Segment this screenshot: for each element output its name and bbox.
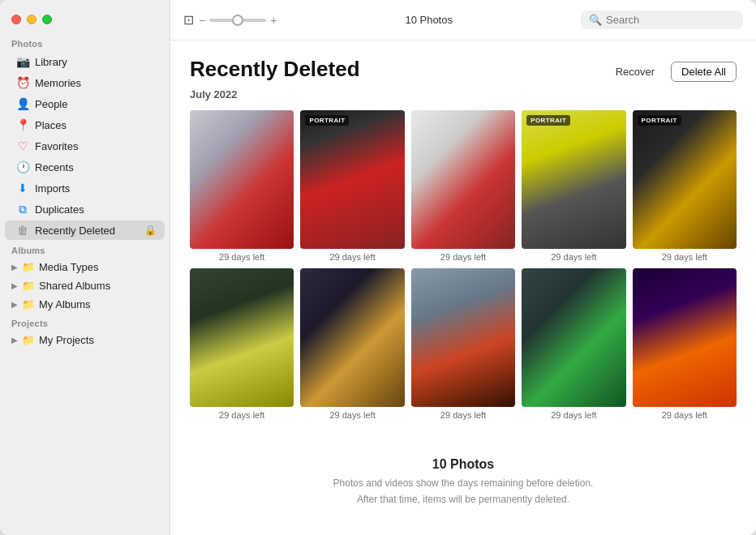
- sidebar-item-places[interactable]: 📍 Places: [5, 115, 165, 135]
- photo-image: [300, 268, 404, 407]
- toolbar: ⊡ − + 10 Photos 🔍: [170, 0, 756, 41]
- minimize-button[interactable]: [27, 15, 37, 24]
- sidebar-label-library: Library: [35, 56, 157, 68]
- list-item: 29 days left: [633, 268, 737, 420]
- photo-image: [190, 268, 294, 407]
- zoom-in-icon[interactable]: +: [270, 14, 277, 27]
- zoom-slider-area: − +: [199, 14, 277, 27]
- photo-thumbnail[interactable]: [411, 268, 515, 407]
- places-icon: 📍: [16, 118, 29, 131]
- photo-thumbnail[interactable]: [411, 110, 515, 249]
- sidebar-label-my-albums: My Albums: [39, 298, 91, 310]
- page-title: Recently Deleted: [190, 57, 360, 82]
- photo-thumbnail[interactable]: [190, 110, 294, 249]
- sidebar-label-favorites: Favorites: [35, 140, 157, 152]
- photo-caption: 29 days left: [551, 252, 596, 262]
- photo-image: PORTRAIT: [633, 110, 737, 249]
- fullscreen-button[interactable]: [42, 15, 52, 24]
- photo-caption: 29 days left: [662, 252, 707, 262]
- search-icon: 🔍: [589, 14, 602, 26]
- photo-caption: 29 days left: [440, 252, 486, 262]
- sidebar-item-favorites[interactable]: ♡ Favorites: [5, 136, 165, 156]
- photo-caption: 29 days left: [219, 410, 264, 420]
- photo-image: PORTRAIT: [300, 110, 404, 249]
- header-actions: Recover Delete All: [608, 62, 737, 82]
- sidebar-item-recents[interactable]: 🕐 Recents: [5, 157, 165, 177]
- sidebar-label-media-types: Media Types: [39, 261, 98, 273]
- zoom-out-icon[interactable]: −: [199, 14, 205, 27]
- sidebar-item-my-projects[interactable]: ▶ 📁 My Projects: [5, 332, 165, 349]
- photo-image: [633, 268, 737, 407]
- toolbar-left: ⊡ − +: [183, 12, 277, 28]
- sidebar-item-my-albums[interactable]: ▶ 📁 My Albums: [5, 296, 165, 313]
- photo-thumbnail[interactable]: [633, 268, 737, 407]
- content-area: Recently Deleted Recover Delete All July…: [170, 41, 756, 535]
- footer-photo-count: 10 Photos: [206, 457, 720, 472]
- sidebar-item-library[interactable]: 📷 Library: [5, 52, 165, 71]
- memories-icon: ⏰: [16, 76, 29, 89]
- sidebar-section-projects: Projects: [0, 314, 170, 331]
- content-header: Recently Deleted Recover Delete All: [190, 57, 737, 82]
- list-item: 29 days left: [411, 268, 515, 420]
- sidebar-item-memories[interactable]: ⏰ Memories: [5, 73, 165, 92]
- sidebar-label-recents: Recents: [35, 161, 157, 173]
- library-icon: 📷: [16, 55, 29, 68]
- photo-thumbnail[interactable]: PORTRAIT: [522, 110, 625, 249]
- sidebar-item-shared-albums[interactable]: ▶ 📁 Shared Albums: [5, 277, 165, 294]
- sidebar-item-media-types[interactable]: ▶ 📁 Media Types: [5, 259, 165, 276]
- photo-caption: 29 days left: [329, 410, 375, 420]
- photo-thumbnail[interactable]: [190, 268, 294, 407]
- list-item: 29 days left: [190, 268, 294, 420]
- lock-icon: 🔒: [144, 225, 157, 236]
- list-item: 29 days left: [300, 268, 404, 420]
- photo-count-label: 10 Photos: [405, 14, 453, 26]
- imports-icon: ⬇: [16, 182, 29, 195]
- chevron-right-icon-3: ▶: [11, 300, 18, 309]
- sidebar-label-imports: Imports: [35, 182, 157, 195]
- photo-grid: 29 days left PORTRAIT 29 days left 29 da…: [190, 110, 737, 420]
- portrait-badge: PORTRAIT: [638, 115, 681, 126]
- delete-all-button[interactable]: Delete All: [671, 62, 737, 82]
- photo-image: [522, 268, 625, 407]
- sidebar-item-duplicates[interactable]: ⧉ Duplicates: [5, 199, 165, 219]
- sidebar-section-albums: Albums: [0, 241, 170, 258]
- recents-icon: 🕐: [16, 160, 29, 173]
- sidebar-item-recently-deleted[interactable]: 🗑 Recently Deleted 🔒: [5, 220, 165, 240]
- zoom-slider-thumb[interactable]: [232, 15, 243, 26]
- app-window: Photos 📷 Library ⏰ Memories 👤 People 📍 P…: [0, 0, 756, 535]
- photo-image: [190, 110, 294, 249]
- photo-caption: 29 days left: [440, 410, 486, 420]
- search-input[interactable]: [606, 14, 735, 26]
- sidebar-item-imports[interactable]: ⬇ Imports: [5, 178, 165, 198]
- list-item: PORTRAIT 29 days left: [300, 110, 404, 262]
- shared-albums-icon: 📁: [22, 280, 35, 292]
- my-albums-icon: 📁: [22, 298, 35, 310]
- sidebar-label-shared-albums: Shared Albums: [39, 280, 110, 292]
- sidebar-label-my-projects: My Projects: [39, 334, 94, 346]
- sidebar-item-people[interactable]: 👤 People: [5, 94, 165, 113]
- chevron-right-icon-2: ▶: [11, 281, 18, 290]
- footer-info: 10 Photos Photos and videos show the day…: [190, 433, 737, 523]
- photo-image: [411, 268, 515, 407]
- people-icon: 👤: [16, 97, 29, 110]
- photo-thumbnail[interactable]: [522, 268, 625, 407]
- main-content: ⊡ − + 10 Photos 🔍: [170, 0, 756, 535]
- my-projects-icon: 📁: [22, 334, 35, 346]
- chevron-right-icon: ▶: [11, 263, 18, 272]
- photo-image: PORTRAIT: [522, 110, 625, 249]
- sidebar-label-people: People: [35, 98, 157, 110]
- recover-button[interactable]: Recover: [608, 62, 663, 81]
- sidebar: Photos 📷 Library ⏰ Memories 👤 People 📍 P…: [0, 0, 170, 535]
- chevron-right-icon-4: ▶: [11, 336, 18, 345]
- photo-thumbnail[interactable]: PORTRAIT: [633, 110, 737, 249]
- search-box[interactable]: 🔍: [581, 11, 743, 29]
- portrait-badge: PORTRAIT: [526, 115, 570, 126]
- photo-thumbnail[interactable]: [300, 268, 404, 407]
- close-button[interactable]: [11, 15, 21, 24]
- sidebar-label-places: Places: [35, 119, 157, 131]
- toolbar-right: 🔍: [581, 11, 743, 29]
- zoom-slider-track[interactable]: [209, 19, 266, 22]
- photo-thumbnail[interactable]: PORTRAIT: [300, 110, 404, 249]
- traffic-lights: [0, 8, 170, 34]
- sidebar-label-duplicates: Duplicates: [35, 203, 157, 216]
